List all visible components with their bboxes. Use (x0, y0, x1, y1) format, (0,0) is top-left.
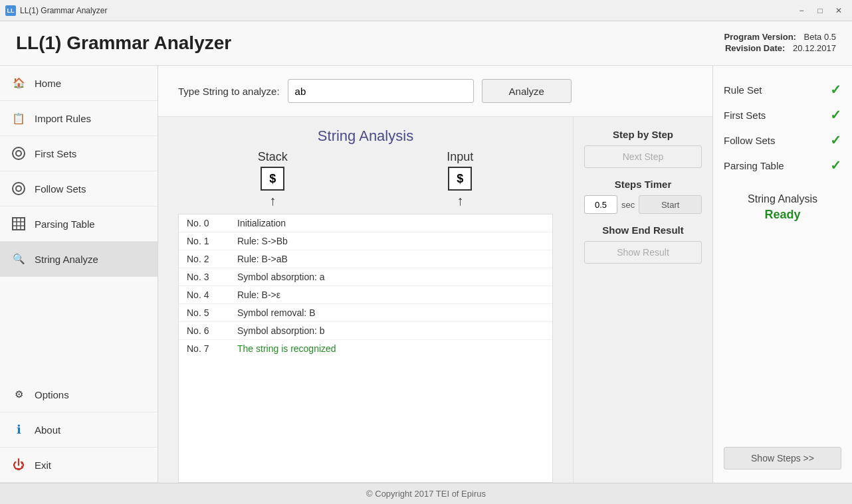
table-row: No. 5Symbol removal: B (179, 304, 552, 322)
footer: © Copyright 2017 TEI of Epirus (0, 483, 852, 504)
stack-input-row: Stack $ ↑ Input $ ↑ (178, 150, 553, 209)
parsing-table-icon (11, 216, 27, 232)
sidebar-item-about-label: About (35, 424, 60, 436)
content-area: Type String to analyze: Analyze String A… (158, 66, 712, 483)
sidebar-item-first-sets-label: First Sets (35, 148, 76, 159)
stack-label: Stack (258, 150, 288, 164)
exit-icon: ⏻ (11, 457, 27, 473)
import-icon: 📋 (11, 110, 27, 126)
about-icon: ℹ (11, 422, 27, 438)
analyze-button[interactable]: Analyze (482, 79, 572, 103)
step-description: Symbol absorption: b (237, 325, 325, 336)
check-label: Parsing Table (724, 160, 784, 171)
step-description: Rule: S->Bb (237, 236, 288, 246)
sidebar-item-first-sets[interactable]: First Sets (0, 136, 158, 171)
step-by-step-title: Step by Step (584, 129, 702, 140)
next-step-button[interactable]: Next Step (584, 145, 702, 168)
program-version-value: Beta 0.5 (804, 32, 836, 42)
sidebar-item-string-analyze[interactable]: 🔍 String Analyze (0, 242, 158, 277)
app-header: LL(1) Grammar Analyzer Program Version: … (0, 21, 852, 66)
step-number: No. 2 (187, 254, 227, 264)
string-analysis-section: String Analysis Ready (724, 193, 841, 222)
show-result-button[interactable]: Show Result (584, 241, 702, 264)
step-number: No. 6 (187, 325, 227, 336)
table-row: No. 4Rule: B->ε (179, 286, 552, 304)
sidebar-item-parsing-table[interactable]: Parsing Table (0, 207, 158, 242)
string-input[interactable] (288, 79, 474, 103)
maximize-button[interactable]: □ (812, 4, 828, 17)
main-layout: 🏠 Home 📋 Import Rules First Sets Follow … (0, 66, 852, 483)
svg-rect-4 (13, 218, 25, 230)
sidebar: 🏠 Home 📋 Import Rules First Sets Follow … (0, 66, 158, 483)
step-number: No. 1 (187, 236, 227, 246)
step-description: Symbol absorption: a (237, 272, 325, 282)
step-number: No. 7 (187, 343, 227, 354)
timer-input[interactable] (584, 195, 617, 214)
sidebar-item-follow-sets-label: Follow Sets (35, 183, 86, 195)
step-number: No. 3 (187, 272, 227, 282)
sidebar-item-follow-sets[interactable]: Follow Sets (0, 171, 158, 207)
input-label-col: Input (447, 150, 473, 164)
stack-dollar: $ (261, 167, 284, 191)
sidebar-item-string-analyze-label: String Analyze (35, 254, 98, 265)
table-row: No. 3Symbol absorption: a (179, 268, 552, 286)
check-row: Parsing Table✓ (724, 155, 841, 176)
ready-status: Ready (724, 208, 841, 222)
sidebar-item-options[interactable]: ⚙ Options (0, 377, 158, 412)
table-row: No. 7The string is recognized (179, 340, 552, 357)
input-dollar: $ (448, 167, 472, 191)
follow-sets-icon (11, 181, 27, 197)
check-label: Rule Set (724, 84, 762, 96)
input-column: Input $ ↑ (447, 150, 473, 209)
check-label: Follow Sets (724, 135, 776, 146)
sidebar-item-home-label: Home (35, 78, 61, 89)
footer-text: © Copyright 2017 TEI of Epirus (366, 489, 486, 499)
show-end-result-title: Show End Result (584, 224, 702, 236)
sidebar-item-options-label: Options (35, 389, 69, 400)
table-row: No. 6Symbol absorption: b (179, 322, 552, 340)
svg-point-2 (13, 183, 25, 195)
steps-table: No. 0InitializationNo. 1Rule: S->BbNo. 2… (178, 214, 553, 483)
timer-row: sec Start (584, 195, 702, 214)
sidebar-item-exit[interactable]: ⏻ Exit (0, 448, 158, 483)
sidebar-item-parsing-table-label: Parsing Table (35, 218, 95, 230)
show-steps-button[interactable]: Show Steps >> (724, 447, 841, 469)
step-number: No. 0 (187, 218, 227, 228)
titlebar: LL LL(1) Grammar Analyzer − □ ✕ (0, 0, 852, 21)
options-icon: ⚙ (11, 386, 27, 402)
stack-arrow: ↑ (269, 193, 276, 209)
timer-unit-label: sec (621, 200, 635, 210)
svg-point-1 (16, 151, 21, 156)
input-area: Type String to analyze: Analyze (158, 66, 712, 117)
step-description: Rule: B->ε (237, 290, 280, 300)
minimize-button[interactable]: − (794, 4, 809, 17)
sidebar-item-import-rules[interactable]: 📋 Import Rules (0, 101, 158, 136)
program-version-row: Program Version: Beta 0.5 (724, 32, 836, 42)
start-button[interactable]: Start (639, 195, 702, 214)
first-sets-icon (11, 145, 27, 161)
step-description: Rule: B->aB (237, 254, 288, 264)
check-mark-icon: ✓ (830, 82, 841, 98)
sidebar-item-exit-label: Exit (35, 460, 51, 471)
check-row: Follow Sets✓ (724, 129, 841, 151)
table-row: No. 2Rule: B->aB (179, 250, 552, 268)
step-number: No. 4 (187, 290, 227, 300)
program-version-label: Program Version: (724, 32, 796, 42)
check-mark-icon: ✓ (830, 107, 841, 123)
sidebar-item-home[interactable]: 🏠 Home (0, 66, 158, 101)
step-description: Symbol removal: B (237, 307, 315, 318)
input-label: Type String to analyze: (178, 86, 280, 97)
titlebar-title: LL(1) Grammar Analyzer (20, 6, 794, 15)
table-row: No. 1Rule: S->Bb (179, 232, 552, 250)
right-panel: Rule Set✓First Sets✓Follow Sets✓Parsing … (712, 66, 852, 483)
stack-column: Stack $ ↑ (258, 150, 288, 209)
steps-timer-title: Steps Timer (584, 179, 702, 190)
app-icon: LL (5, 5, 16, 16)
svg-point-3 (16, 186, 21, 191)
step-description: The string is recognized (237, 343, 336, 354)
check-mark-icon: ✓ (830, 157, 841, 173)
string-analysis-label: String Analysis (724, 193, 841, 205)
sidebar-item-about[interactable]: ℹ About (0, 412, 158, 448)
close-button[interactable]: ✕ (831, 4, 847, 17)
check-row: First Sets✓ (724, 104, 841, 126)
